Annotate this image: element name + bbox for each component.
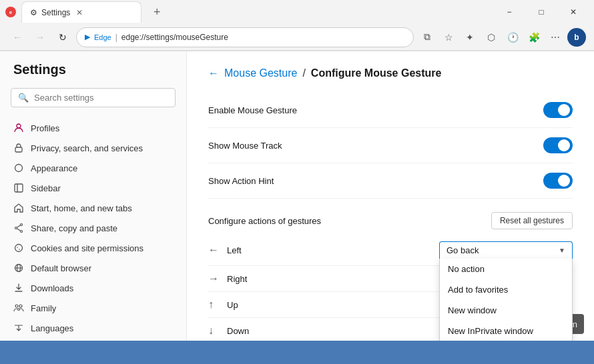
svg-point-7 xyxy=(15,227,17,229)
forward-nav-button[interactable]: → xyxy=(31,28,49,47)
split-screen-button[interactable]: ⧉ xyxy=(418,28,436,47)
sidebar-item-sidebar[interactable]: Sidebar xyxy=(0,178,186,198)
sidebar-item-profiles[interactable]: Profiles xyxy=(0,118,186,138)
svg-point-11 xyxy=(17,247,18,248)
sidebar-item-default-browser[interactable]: Default browser xyxy=(0,258,186,278)
sidebar-item-start-home[interactable]: Start, home, and new tabs xyxy=(0,198,186,218)
sidebar-title: Settings xyxy=(0,62,186,88)
sidebar-item-label-start-home: Start, home, and new tabs xyxy=(31,203,132,213)
start-home-icon xyxy=(13,203,24,213)
tab-gear-icon: ⚙ xyxy=(30,8,37,17)
svg-point-0 xyxy=(17,124,21,128)
gesture-left-action-selector[interactable]: Go back ▼ xyxy=(439,241,573,259)
sidebar-icon xyxy=(13,183,24,193)
gesture-left-dropdown-menu: No action Add to favorites New window Ne… xyxy=(439,259,573,341)
search-input[interactable] xyxy=(34,93,168,103)
sidebar-item-printers[interactable]: Printers xyxy=(0,338,186,341)
gesture-left-icon: ← xyxy=(208,244,227,256)
tab-close-button[interactable]: ✕ xyxy=(74,7,85,18)
main-content: Settings 🔍 Profiles Privacy, search, and… xyxy=(0,51,594,341)
default-browser-icon xyxy=(13,263,24,273)
svg-point-17 xyxy=(19,305,22,307)
maximize-button[interactable]: □ xyxy=(526,1,557,23)
breadcrumb-current: Configure Mouse Gesture xyxy=(311,67,442,79)
back-nav-button[interactable]: ← xyxy=(8,28,27,47)
sidebar-item-appearance[interactable]: Appearance xyxy=(0,158,186,178)
edge-app-icon: e xyxy=(5,7,16,17)
sidebar-item-label-appearance: Appearance xyxy=(31,163,77,173)
sidebar-item-downloads[interactable]: Downloads xyxy=(0,278,186,298)
collections-button[interactable]: ✦ xyxy=(461,28,479,47)
edge-label: Edge xyxy=(94,33,111,41)
extensions-button[interactable]: 🧩 xyxy=(525,28,543,47)
toggle-row-enable-mouse-gesture: Enable Mouse Gesture xyxy=(208,93,573,128)
toggle-show-action-hint[interactable] xyxy=(543,173,573,189)
toggle-label-show-mouse-track: Show Mouse Track xyxy=(208,141,282,151)
svg-point-16 xyxy=(15,305,18,307)
settings-tab[interactable]: ⚙ Settings ✕ xyxy=(21,1,141,23)
breadcrumb-link-mouse-gesture[interactable]: Mouse Gesture xyxy=(224,67,297,79)
sidebar-item-label-default-browser: Default browser xyxy=(31,263,91,273)
toggle-label-show-action-hint: Show Action Hint xyxy=(208,176,274,186)
minimize-button[interactable]: − xyxy=(494,1,525,23)
toggle-enable-mouse-gesture[interactable] xyxy=(543,102,573,118)
search-box[interactable]: 🔍 xyxy=(11,88,176,107)
address-url: edge://settings/mouseGesture xyxy=(121,33,405,42)
sidebar-item-label-share-copy: Share, copy and paste xyxy=(31,223,117,233)
favorites-button[interactable]: ☆ xyxy=(439,28,458,47)
sidebar-item-label-cookies: Cookies and site permissions xyxy=(31,243,143,253)
sidebar-item-privacy[interactable]: Privacy, search, and services xyxy=(0,138,186,158)
dropdown-option-add-favorites[interactable]: Add to favorites xyxy=(440,279,572,300)
sidebar-item-label-profiles: Profiles xyxy=(31,123,59,133)
toggle-row-show-mouse-track: Show Mouse Track xyxy=(208,128,573,163)
dropdown-option-new-inprivate[interactable]: New InPrivate window xyxy=(440,321,572,341)
reset-all-gestures-button[interactable]: Reset all gestures xyxy=(491,212,573,229)
gesture-left-dropdown-container: Go back ▼ No action Add to favorites New… xyxy=(439,241,573,259)
new-tab-button[interactable]: + xyxy=(148,5,166,19)
profiles-icon xyxy=(13,123,24,133)
more-tools-button[interactable]: ⋯ xyxy=(546,28,565,47)
sidebar-item-family[interactable]: Family xyxy=(0,298,186,318)
close-button[interactable]: ✕ xyxy=(558,1,589,23)
gesture-left-action-value: Go back xyxy=(447,245,479,255)
breadcrumb: ← Mouse Gesture / Configure Mouse Gestur… xyxy=(208,67,573,79)
title-bar: e ⚙ Settings ✕ + − □ ✕ xyxy=(0,0,594,24)
svg-point-10 xyxy=(15,245,23,252)
profile-button[interactable]: b xyxy=(567,28,586,47)
wallet-button[interactable]: ⬡ xyxy=(482,28,501,47)
sidebar-item-share-copy[interactable]: Share, copy and paste xyxy=(0,218,186,238)
address-separator: | xyxy=(115,33,117,42)
settings-content: ← Mouse Gesture / Configure Mouse Gestur… xyxy=(187,51,594,341)
title-left: e ⚙ Settings ✕ + xyxy=(5,1,489,23)
sidebar-item-label-languages: Languages xyxy=(31,323,73,333)
sidebar-item-label-privacy: Privacy, search, and services xyxy=(31,143,143,153)
cookies-icon xyxy=(13,243,24,253)
back-arrow-button[interactable]: ← xyxy=(208,67,219,79)
toggle-show-mouse-track[interactable] xyxy=(543,137,573,153)
sidebar-item-label-downloads: Downloads xyxy=(31,283,73,293)
svg-point-18 xyxy=(18,309,20,311)
gestures-section-title: Configure actions of gestures xyxy=(208,216,321,226)
sidebar-item-languages[interactable]: Languages xyxy=(0,318,186,338)
sidebar-item-label-family: Family xyxy=(31,303,56,313)
dropdown-option-new-window[interactable]: New window xyxy=(440,300,572,321)
address-bar[interactable]: ▶ Edge | edge://settings/mouseGesture xyxy=(76,27,414,47)
gestures-header: Configure actions of gestures Reset all … xyxy=(208,212,573,229)
svg-point-6 xyxy=(21,231,23,233)
downloads-icon xyxy=(13,283,24,293)
refresh-button[interactable]: ↻ xyxy=(53,28,72,47)
gestures-section: Configure actions of gestures Reset all … xyxy=(208,212,573,341)
dropdown-option-no-action[interactable]: No action xyxy=(440,259,572,279)
share-copy-icon xyxy=(13,223,24,233)
family-icon xyxy=(13,303,24,313)
appearance-icon xyxy=(13,163,24,173)
window-controls: − □ ✕ xyxy=(494,1,589,23)
languages-icon xyxy=(13,323,24,333)
toggle-label-enable-mouse-gesture: Enable Mouse Gesture xyxy=(208,105,297,115)
svg-rect-3 xyxy=(15,184,23,192)
gesture-row-left: ← Left Go back ▼ No action Add to favori… xyxy=(208,235,573,266)
sidebar-item-cookies[interactable]: Cookies and site permissions xyxy=(0,238,186,258)
svg-line-9 xyxy=(17,229,20,231)
breadcrumb-separator: / xyxy=(302,67,305,79)
history-button[interactable]: 🕐 xyxy=(503,28,522,47)
